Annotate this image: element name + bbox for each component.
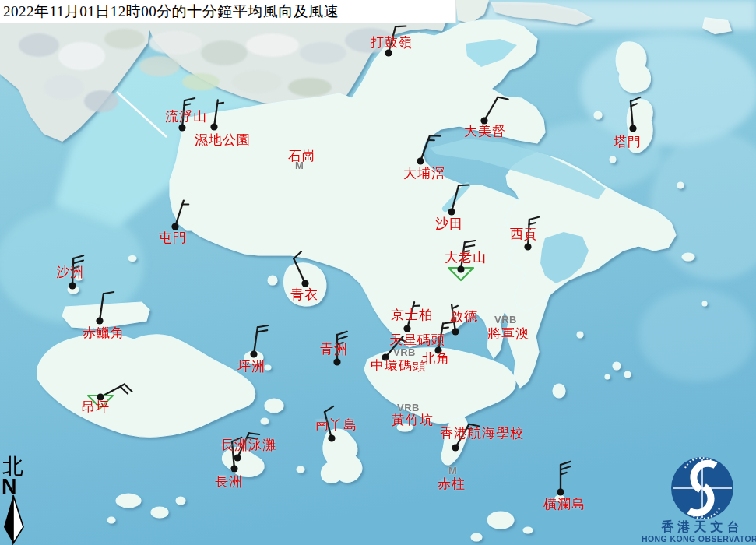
station-dot (417, 157, 424, 164)
station-dot (97, 393, 104, 400)
station-dot (301, 280, 308, 287)
station-dot (448, 208, 455, 215)
station-dot (210, 123, 217, 130)
wind-map-screen: 北 N 香港天文台 HONG KONG OBSERVATORY 打鼓嶺流浮山濕地… (0, 0, 756, 545)
compass-letter: N (2, 475, 17, 498)
station-dot (234, 454, 241, 461)
station-dot (328, 434, 335, 441)
station-dot (96, 317, 103, 324)
title-bar: 2022年11月01日12時00分的十分鐘平均風向及風速 (0, 0, 456, 23)
station-dot (250, 350, 257, 357)
station-dot (557, 488, 564, 495)
station-dot (171, 223, 178, 230)
hong-kong-map: 北 N 香港天文台 HONG KONG OBSERVATORY (0, 0, 756, 545)
station-dot (480, 117, 487, 124)
station-dot (385, 49, 392, 56)
station-dot (452, 328, 459, 335)
station-dot (382, 353, 389, 360)
hko-logo-name-zh: 香港天文台 (661, 519, 744, 533)
station-dot (452, 444, 459, 451)
station-dot (178, 124, 185, 131)
station-dot (524, 243, 531, 250)
map-title: 2022年11月01日12時00分的十分鐘平均風向及風速 (0, 0, 455, 23)
station-dot (403, 325, 410, 332)
station-dot (69, 282, 76, 289)
station-dot (230, 465, 237, 472)
hko-logo-name-en: HONG KONG OBSERVATORY (642, 534, 756, 543)
station-dot (629, 125, 636, 132)
station-dot (457, 265, 464, 272)
station-dot (434, 346, 441, 353)
station-dot (333, 358, 340, 365)
